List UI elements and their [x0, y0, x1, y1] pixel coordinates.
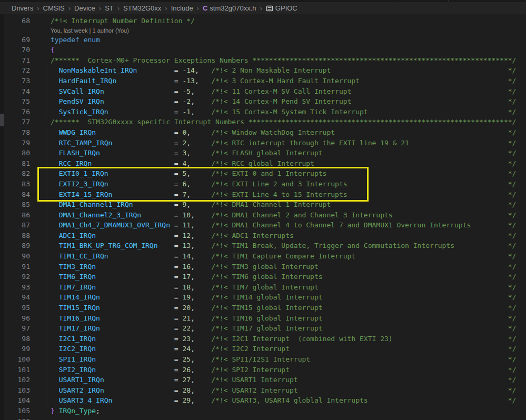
code-line[interactable]: 91 TIM3_IRQn = 16, /*!< TIM3 global Inte…	[4, 262, 526, 272]
line-number[interactable]: 74	[4, 86, 51, 97]
line-number[interactable]: 83	[4, 179, 51, 189]
line-number[interactable]: 92	[4, 272, 51, 282]
line-number[interactable]: 89	[4, 241, 51, 251]
code-line[interactable]: 80 FLASH_IRQn = 3, /*!< FLASH global Int…	[4, 148, 526, 158]
line-number[interactable]: 93	[4, 282, 51, 293]
line-number[interactable]: 95	[4, 303, 51, 313]
c-language-icon: C	[203, 4, 207, 12]
line-number[interactable]: 103	[4, 385, 51, 396]
line-number[interactable]: 77	[4, 117, 51, 127]
breadcrumb-item-cmsis[interactable]: CMSIS	[43, 4, 65, 12]
code-line[interactable]: 93 TIM7_IRQn = 18, /*!< TIM7 global Inte…	[4, 282, 526, 293]
code-line[interactable]: 78 WWDG_IRQn = 0, /*!< Window WatchDog I…	[4, 127, 526, 138]
indent-guide	[46, 86, 46, 97]
code-line[interactable]: 94 TIM14_IRQn = 19, /*!< TIM14 global In…	[4, 292, 526, 303]
code-line[interactable]: 98 I2C1_IRQn = 23, /*!< I2C1 Interrupt (…	[4, 334, 526, 344]
line-number[interactable]: 71	[4, 55, 51, 66]
line-number[interactable]: 79	[4, 138, 51, 148]
line-number[interactable]: 91	[4, 262, 51, 272]
code-line[interactable]: 81 RCC_IRQn = 4, /*!< RCC global Interru…	[4, 158, 526, 169]
code-line[interactable]: 70{	[4, 45, 526, 55]
breadcrumb-item-stm32g0xx[interactable]: STM32G0xx	[123, 4, 161, 12]
code-line[interactable]: 92 TIM6_IRQn = 17, /*!< TIM6 global Inte…	[4, 272, 526, 282]
line-number[interactable]: 100	[4, 354, 51, 365]
line-number[interactable]: 69	[4, 35, 51, 45]
code-line[interactable]: 103 USART2_IRQn = 28, /*!< USART2 Interr…	[4, 385, 526, 396]
code-line[interactable]: 85 DMA1_Channel1_IRQn = 9, /*!< DMA1 Cha…	[4, 199, 526, 210]
code-line[interactable]: 99 I2C2_IRQn = 24, /*!< I2C2 Interrupt *…	[4, 344, 526, 354]
line-number[interactable]: 72	[4, 65, 51, 76]
breadcrumb-item-gpioc[interactable]: GPIOC	[266, 4, 297, 12]
code-line[interactable]: 104 USART3_4_IRQn = 29, /*!< USART3, USA…	[4, 395, 526, 406]
indent-guide	[46, 220, 46, 231]
breadcrumb-item-stm32g070xx-h[interactable]: Cstm32g070xx.h	[203, 4, 256, 12]
code-line[interactable]: 95 TIM15_IRQn = 20, /*!< TIM15 global In…	[4, 303, 526, 313]
line-number[interactable]: 75	[4, 96, 51, 107]
line-content: TIM16_IRQn = 21, /*!< TIM16 global Inter…	[51, 313, 516, 324]
breadcrumb-item-drivers[interactable]: Drivers	[12, 4, 33, 12]
breadcrumb-item-device[interactable]: Device	[74, 4, 95, 12]
indent-guide	[46, 148, 46, 158]
line-number[interactable]: 80	[4, 148, 51, 158]
line-number[interactable]: 81	[4, 158, 51, 169]
line-number[interactable]: 84	[4, 189, 51, 200]
line-content: RTC_TAMP_IRQn = 2, /*!< RTC interrupt th…	[51, 138, 516, 148]
code-line[interactable]: 106	[4, 416, 526, 420]
line-content: RCC_IRQn = 4, /*!< RCC global Interrupt …	[51, 158, 516, 169]
code-line[interactable]: 82 EXTI0_1_IRQn = 5, /*!< EXTI 0 and 1 I…	[4, 168, 526, 179]
indent-guide	[46, 262, 46, 272]
code-line[interactable]: 68/*!< Interrupt Number Definition */	[4, 16, 526, 26]
line-number[interactable]: 96	[4, 313, 51, 324]
code-line[interactable]: 73 HardFault_IRQn = -13, /*!< 3 Cortex-M…	[4, 76, 526, 86]
line-number[interactable]: 78	[4, 127, 51, 138]
code-line[interactable]: 89 TIM1_BRK_UP_TRG_COM_IRQn = 13, /*!< T…	[4, 241, 526, 251]
line-number[interactable]: 102	[4, 375, 51, 385]
code-line[interactable]: 69typedef enum	[4, 35, 526, 45]
code-line[interactable]: 96 TIM16_IRQn = 21, /*!< TIM16 global In…	[4, 313, 526, 324]
code-line[interactable]: 97 TIM17_IRQn = 22, /*!< TIM17 global In…	[4, 323, 526, 334]
code-line[interactable]: 102 USART1_IRQn = 27, /*!< USART1 Interr…	[4, 375, 526, 385]
line-number[interactable]: 99	[4, 344, 51, 354]
code-line[interactable]: 83 EXTI2_3_IRQn = 6, /*!< EXTI Line 2 an…	[4, 179, 526, 189]
line-number[interactable]: 86	[4, 210, 51, 221]
line-number[interactable]: 104	[4, 395, 51, 406]
code-line[interactable]: 71/****** Cortex-M0+ Processor Exception…	[4, 55, 526, 66]
line-number[interactable]: 106	[4, 416, 51, 420]
code-line[interactable]: 100 SPI1_IRQn = 25, /*!< SPI1/I2S1 Inter…	[4, 354, 526, 365]
code-line[interactable]: 79 RTC_TAMP_IRQn = 2, /*!< RTC interrupt…	[4, 138, 526, 148]
code-line[interactable]: 72 NonMaskableInt_IRQn = -14, /*!< 2 Non…	[4, 65, 526, 76]
code-line[interactable]: 87 DMA1_Ch4_7_DMAMUX1_OVR_IRQn = 11, /*!…	[4, 220, 526, 231]
codelens-row[interactable]: You, last week | 1 author (You)	[4, 26, 526, 35]
code-line[interactable]: 105} IRQn_Type;	[4, 406, 526, 416]
code-line[interactable]: 74 SVCall_IRQn = -5, /*!< 11 Cortex-M SV…	[4, 86, 526, 97]
code-line[interactable]: 90 TIM1_CC_IRQn = 14, /*!< TIM1 Capture …	[4, 251, 526, 262]
line-number[interactable]: 101	[4, 365, 51, 375]
line-number[interactable]: 70	[4, 45, 51, 55]
breadcrumb-item-st[interactable]: ST	[105, 4, 114, 12]
line-number[interactable]: 73	[4, 76, 51, 86]
line-number[interactable]	[4, 26, 51, 35]
line-number[interactable]: 85	[4, 199, 51, 210]
line-content: USART2_IRQn = 28, /*!< USART2 Interrupt …	[51, 385, 516, 396]
line-number[interactable]: 98	[4, 334, 51, 344]
code-line[interactable]: 77/****** STM32G0xxxx specific Interrupt…	[4, 117, 526, 127]
line-number[interactable]: 68	[4, 16, 51, 26]
line-number[interactable]: 76	[4, 107, 51, 117]
line-number[interactable]: 87	[4, 220, 51, 231]
line-number[interactable]: 82	[4, 168, 51, 179]
line-number[interactable]: 105	[4, 406, 51, 416]
line-number[interactable]: 94	[4, 292, 51, 303]
line-content: /****** Cortex-M0+ Processor Exceptions …	[51, 55, 516, 66]
scroll-marker[interactable]	[0, 114, 4, 126]
breadcrumb-item-include[interactable]: Include	[171, 4, 193, 12]
line-number[interactable]: 90	[4, 251, 51, 262]
line-number[interactable]: 97	[4, 323, 51, 334]
code-line[interactable]: 75 PendSV_IRQn = -2, /*!< 14 Cortex-M Pe…	[4, 96, 526, 107]
code-line[interactable]: 101 SPI2_IRQn = 26, /*!< SPI2 Interrupt …	[4, 365, 526, 375]
code-line[interactable]: 86 DMA1_Channel2_3_IRQn = 10, /*!< DMA1 …	[4, 210, 526, 221]
code-editor[interactable]: 68/*!< Interrupt Number Definition */You…	[4, 14, 526, 420]
line-number[interactable]: 88	[4, 231, 51, 241]
code-line[interactable]: 84 EXTI4_15_IRQn = 7, /*!< EXTI Line 4 t…	[4, 189, 526, 200]
code-line[interactable]: 76 SysTick_IRQn = -1, /*!< 15 Cortex-M S…	[4, 107, 526, 117]
code-line[interactable]: 88 ADC1_IRQn = 12, /*!< ADC1 Interrupts …	[4, 231, 526, 241]
